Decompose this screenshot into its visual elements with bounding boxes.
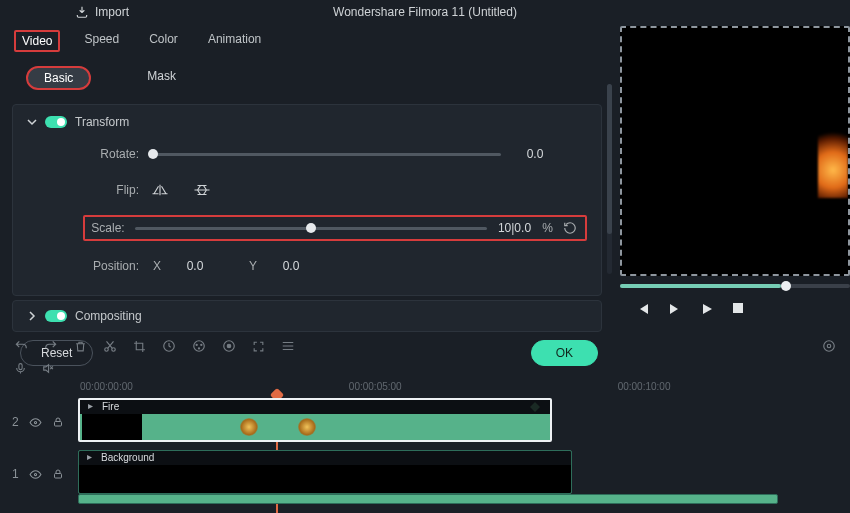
tab-video[interactable]: Video (14, 30, 60, 52)
tab-color[interactable]: Color (143, 30, 184, 52)
chevron-down-icon[interactable] (27, 117, 37, 127)
crop-icon[interactable] (133, 340, 146, 353)
rotate-value[interactable]: 0.0 (511, 147, 559, 161)
track-index-2: 2 (12, 415, 19, 429)
svg-point-11 (827, 344, 831, 348)
position-y-value[interactable]: 0.0 (267, 259, 315, 273)
lock-icon[interactable] (52, 416, 64, 428)
preview-scrubber[interactable] (620, 284, 850, 288)
svg-point-5 (196, 344, 197, 345)
compositing-section[interactable]: Compositing (12, 300, 602, 332)
subtab-mask[interactable]: Mask (131, 66, 192, 90)
import-label: Import (95, 5, 129, 19)
import-icon (75, 5, 89, 19)
tab-speed[interactable]: Speed (78, 30, 125, 52)
transform-section: Transform Rotate: 0.0 Flip: (12, 104, 602, 296)
fx-icon (240, 418, 258, 436)
cut-icon[interactable] (103, 339, 117, 353)
timeline-toolbar (0, 334, 850, 358)
record-circle-icon[interactable] (822, 339, 836, 353)
clip-green[interactable] (78, 494, 778, 504)
fx-icon (298, 418, 316, 436)
delete-icon[interactable] (74, 340, 87, 353)
tab-animation[interactable]: Animation (202, 30, 267, 52)
ruler-t1: 00:00:05:00 (349, 381, 402, 392)
mute-icon[interactable] (41, 362, 54, 375)
svg-point-15 (34, 473, 36, 475)
clip-fire[interactable]: Fire (78, 398, 552, 442)
rotate-slider[interactable] (149, 153, 501, 156)
svg-point-10 (824, 341, 835, 352)
flip-vertical-button[interactable] (191, 182, 213, 198)
flip-horizontal-button[interactable] (149, 182, 171, 198)
position-x-value[interactable]: 0.0 (171, 259, 219, 273)
scale-slider[interactable] (135, 227, 487, 230)
position-x-label: X (153, 259, 161, 273)
svg-rect-0 (733, 303, 743, 313)
chevron-right-icon[interactable] (27, 311, 37, 321)
inspector-scrollbar[interactable] (607, 84, 612, 274)
compositing-toggle[interactable] (45, 310, 67, 322)
redo-icon[interactable] (44, 339, 58, 353)
rotate-label: Rotate: (87, 147, 139, 161)
clip-background[interactable]: Background (78, 450, 572, 494)
import-button[interactable]: Import (75, 5, 129, 19)
settings-icon[interactable] (281, 339, 295, 353)
svg-point-13 (34, 421, 36, 423)
svg-point-4 (194, 341, 205, 352)
svg-point-7 (198, 348, 199, 349)
window-title: Wondershare Filmora 11 (Untitled) (333, 5, 517, 19)
clip-thumbnail (82, 414, 142, 442)
stop-button[interactable] (732, 302, 746, 316)
preview-canvas[interactable] (620, 26, 850, 276)
inspector-tabs: Video Speed Color Animation (12, 24, 602, 60)
svg-rect-14 (54, 422, 61, 427)
undo-icon[interactable] (14, 339, 28, 353)
svg-point-6 (201, 344, 202, 345)
preview-scrubber-thumb[interactable] (781, 281, 791, 291)
next-frame-button[interactable] (668, 302, 682, 316)
transform-title: Transform (75, 115, 129, 129)
rotate-slider-thumb[interactable] (148, 149, 158, 159)
scale-unit: % (542, 221, 553, 235)
fullscreen-icon[interactable] (252, 340, 265, 353)
transform-toggle[interactable] (45, 116, 67, 128)
clip-fire-label: Fire (80, 400, 550, 414)
scale-slider-thumb[interactable] (306, 223, 316, 233)
preview-content (818, 128, 848, 198)
position-label: Position: (87, 259, 139, 273)
compositing-title: Compositing (75, 309, 142, 323)
ruler-t2: 00:00:10:00 (618, 381, 671, 392)
position-y-label: Y (249, 259, 257, 273)
record-icon[interactable] (222, 339, 236, 353)
scale-value[interactable]: 10|0.0 (497, 221, 533, 235)
track-index-1: 1 (12, 467, 19, 481)
eye-icon[interactable] (29, 468, 42, 481)
speed-icon[interactable] (162, 339, 176, 353)
svg-rect-12 (19, 363, 22, 369)
scale-reset-icon[interactable] (563, 221, 577, 235)
scale-label: Scale: (89, 221, 125, 235)
svg-rect-16 (54, 474, 61, 479)
lock-icon[interactable] (52, 468, 64, 480)
video-subtabs: Basic Mask (12, 60, 602, 100)
color-icon[interactable] (192, 339, 206, 353)
flip-label: Flip: (87, 183, 139, 197)
ruler-t0: 00:00:00:00 (80, 381, 133, 392)
mic-icon[interactable] (14, 362, 27, 375)
prev-frame-button[interactable] (636, 302, 650, 316)
eye-icon[interactable] (29, 416, 42, 429)
play-button[interactable] (700, 302, 714, 316)
inspector-scrollbar-thumb[interactable] (607, 84, 612, 234)
clip-background-label: Background (79, 451, 571, 465)
subtab-basic[interactable]: Basic (26, 66, 91, 90)
keyframe-icon[interactable] (530, 402, 540, 412)
timeline-ruler[interactable]: 00:00:00:00 00:00:05:00 00:00:10:00 (0, 378, 850, 394)
svg-point-9 (227, 344, 231, 348)
